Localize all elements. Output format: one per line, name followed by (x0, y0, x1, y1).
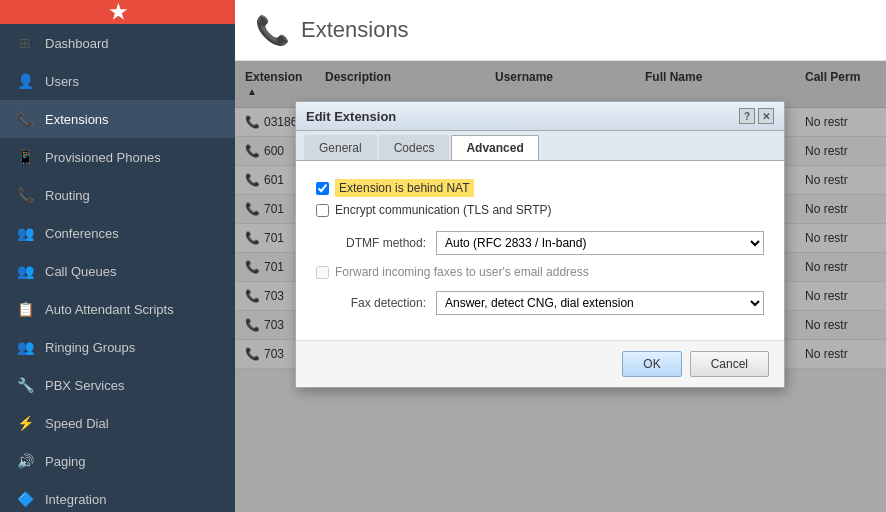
sidebar-item-label: PBX Services (45, 378, 220, 393)
sidebar-item-paging[interactable]: 🔊 Paging (0, 442, 235, 480)
speed-dial-icon: ⚡ (15, 413, 35, 433)
fax-forward-label: Forward incoming faxes to user's email a… (335, 265, 589, 279)
integration-icon: 🔷 (15, 489, 35, 509)
paging-icon: 🔊 (15, 451, 35, 471)
fax-forward-checkbox[interactable] (316, 266, 329, 279)
sidebar-item-pbx-services[interactable]: 🔧 PBX Services (0, 366, 235, 404)
modal-title-buttons: ? ✕ (739, 108, 774, 124)
modal-overlay: Edit Extension ? ✕ General Codecs Advanc… (235, 61, 886, 512)
phones-icon: 📱 (15, 147, 35, 167)
behind-nat-checkbox[interactable] (316, 182, 329, 195)
dashboard-icon: ⊞ (15, 33, 35, 53)
queues-icon: 👥 (15, 261, 35, 281)
behind-nat-text: Extension is behind NAT (335, 179, 474, 197)
checkbox-group: Extension is behind NAT Encrypt communic… (316, 181, 764, 217)
page-header-icon: 📞 (255, 12, 291, 48)
sidebar-item-ringing-groups[interactable]: 👥 Ringing Groups (0, 328, 235, 366)
sidebar-item-label: Provisioned Phones (45, 150, 220, 165)
sidebar-item-label: Auto Attendant Scripts (45, 302, 220, 317)
page-header: 📞 Extensions (235, 0, 886, 61)
modal-footer: OK Cancel (296, 340, 784, 387)
sidebar-item-label: Speed Dial (45, 416, 220, 431)
sidebar-item-auto-attendant[interactable]: 📋 Auto Attendant Scripts (0, 290, 235, 328)
dtmf-select[interactable]: Auto (RFC 2833 / In-band) RFC 2833 In-ba… (436, 231, 764, 255)
tab-codecs[interactable]: Codecs (379, 135, 450, 160)
fax-detection-select[interactable]: Answer, detect CNG, dial extension None … (436, 291, 764, 315)
dtmf-label: DTMF method: (316, 236, 436, 250)
cancel-button[interactable]: Cancel (690, 351, 769, 377)
fax-forward-row: Forward incoming faxes to user's email a… (316, 265, 764, 279)
sidebar-item-dashboard[interactable]: ⊞ Dashboard (0, 24, 235, 62)
sidebar: ★ ⊞ Dashboard 👤 Users 📞 Extensions 📱 Pro… (0, 0, 235, 512)
conferences-icon: 👥 (15, 223, 35, 243)
sidebar-item-label: Ringing Groups (45, 340, 220, 355)
sidebar-item-label: Paging (45, 454, 220, 469)
auto-attendant-icon: 📋 (15, 299, 35, 319)
behind-nat-label[interactable]: Extension is behind NAT (335, 181, 474, 195)
fax-detection-row: Fax detection: Answer, detect CNG, dial … (316, 291, 764, 315)
sidebar-item-extensions[interactable]: 📞 Extensions (0, 100, 235, 138)
modal-title: Edit Extension (306, 109, 396, 124)
sidebar-item-label: Users (45, 74, 220, 89)
sidebar-item-label: Extensions (45, 112, 220, 127)
dtmf-row: DTMF method: Auto (RFC 2833 / In-band) R… (316, 231, 764, 255)
sidebar-item-integration[interactable]: 🔷 Integration (0, 480, 235, 512)
routing-icon: 📞 (15, 185, 35, 205)
modal-tabs: General Codecs Advanced (296, 131, 784, 161)
tab-general[interactable]: General (304, 135, 377, 160)
sidebar-item-label: Routing (45, 188, 220, 203)
encrypt-row: Encrypt communication (TLS and SRTP) (316, 203, 764, 217)
extensions-table-area: Extension ▲ Description Username Full Na… (235, 61, 886, 512)
users-icon: 👤 (15, 71, 35, 91)
tab-advanced[interactable]: Advanced (451, 135, 538, 160)
sidebar-logo: ★ (0, 0, 235, 24)
pbx-icon: 🔧 (15, 375, 35, 395)
fax-detection-label: Fax detection: (316, 296, 436, 310)
sidebar-item-speed-dial[interactable]: ⚡ Speed Dial (0, 404, 235, 442)
behind-nat-row: Extension is behind NAT (316, 181, 764, 195)
modal-close-button[interactable]: ✕ (758, 108, 774, 124)
encrypt-label[interactable]: Encrypt communication (TLS and SRTP) (335, 203, 552, 217)
modal-titlebar: Edit Extension ? ✕ (296, 102, 784, 131)
encrypt-checkbox[interactable] (316, 204, 329, 217)
ringing-groups-icon: 👥 (15, 337, 35, 357)
ok-button[interactable]: OK (622, 351, 681, 377)
sidebar-item-call-queues[interactable]: 👥 Call Queues (0, 252, 235, 290)
modal-help-button[interactable]: ? (739, 108, 755, 124)
sidebar-item-routing[interactable]: 📞 Routing (0, 176, 235, 214)
sidebar-item-users[interactable]: 👤 Users (0, 62, 235, 100)
sidebar-item-label: Dashboard (45, 36, 220, 51)
edit-extension-modal: Edit Extension ? ✕ General Codecs Advanc… (295, 101, 785, 388)
main-content: 📞 Extensions Extension ▲ Description Use… (235, 0, 886, 512)
sidebar-item-conferences[interactable]: 👥 Conferences (0, 214, 235, 252)
sidebar-item-label: Call Queues (45, 264, 220, 279)
sidebar-item-provisioned-phones[interactable]: 📱 Provisioned Phones (0, 138, 235, 176)
page-title: Extensions (301, 17, 409, 43)
modal-body: Extension is behind NAT Encrypt communic… (296, 161, 784, 340)
sidebar-item-label: Conferences (45, 226, 220, 241)
sidebar-item-label: Integration (45, 492, 220, 507)
extensions-icon: 📞 (15, 109, 35, 129)
